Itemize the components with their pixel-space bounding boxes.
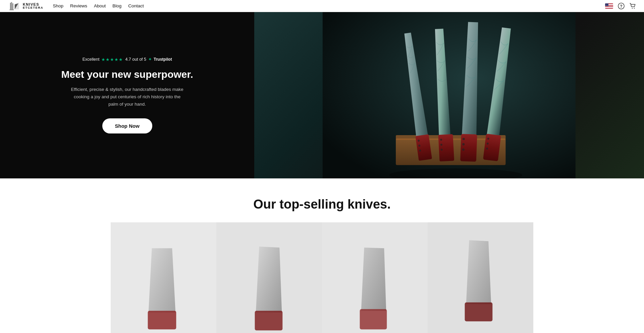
logo-link[interactable]: KNIVES ETCETERA (8, 1, 43, 11)
logo-text: KNIVES ETCETERA (23, 2, 43, 10)
cart-icon (629, 3, 636, 9)
svg-rect-29 (255, 311, 282, 330)
help-icon: ? (618, 3, 625, 9)
help-button[interactable]: ? (618, 3, 625, 9)
svg-text:?: ? (620, 4, 622, 8)
svg-rect-28 (148, 311, 176, 329)
trustpilot-row: Excellent ★★★★★ 4.7 out of 5 ✦ Trustpilo… (83, 57, 172, 62)
hero-left-panel: Excellent ★★★★★ 4.7 out of 5 ✦ Trustpilo… (0, 12, 254, 178)
shop-now-button[interactable]: Shop Now (102, 118, 152, 133)
hero-subtext: Efficient, precise & stylish, our handcr… (70, 86, 184, 108)
nav-link-reviews[interactable]: Reviews (70, 3, 87, 8)
product-card[interactable] (216, 222, 322, 333)
svg-point-7 (634, 8, 635, 8)
top-selling-section: Our top-selling knives. (0, 178, 644, 333)
flag-icon (605, 3, 613, 9)
knife-visual (254, 12, 644, 178)
product-grid (111, 222, 533, 333)
svg-rect-31 (465, 302, 492, 321)
product-knife-1 (121, 244, 206, 333)
svg-rect-15 (438, 134, 454, 162)
svg-rect-3 (10, 9, 14, 10)
trustpilot-rating: 4.7 out of 5 (125, 57, 146, 62)
nav-left: KNIVES ETCETERA Shop Reviews About Blog … (8, 1, 144, 11)
svg-rect-30 (360, 309, 387, 329)
product-card[interactable] (322, 222, 428, 333)
logo-icon (8, 1, 20, 11)
svg-point-6 (632, 8, 633, 8)
nav-link-about[interactable]: About (94, 3, 106, 8)
svg-rect-19 (461, 134, 477, 162)
trustpilot-brand: ✦ (148, 57, 152, 62)
hero-section: Excellent ★★★★★ 4.7 out of 5 ✦ Trustpilo… (0, 12, 644, 178)
nav-links: Shop Reviews About Blog Contact (53, 3, 144, 8)
hero-right-panel (254, 12, 644, 178)
nav-link-blog[interactable]: Blog (112, 3, 121, 8)
hero-headline: Meet your new superpower. (61, 68, 193, 81)
product-card[interactable] (428, 222, 533, 333)
trustpilot-stars: ★★★★★ (101, 57, 123, 62)
nav-link-shop[interactable]: Shop (53, 3, 63, 8)
navbar: KNIVES ETCETERA Shop Reviews About Blog … (0, 0, 644, 12)
product-knife-4 (438, 238, 523, 327)
svg-rect-23 (483, 134, 501, 161)
nav-link-contact[interactable]: Contact (128, 3, 144, 8)
section-title: Our top-selling knives. (8, 197, 636, 212)
cart-button[interactable] (629, 3, 636, 9)
nav-right: ? (605, 3, 636, 9)
knife-block-svg (254, 12, 644, 178)
product-card[interactable] (111, 222, 216, 333)
product-knife-3 (333, 244, 417, 333)
trustpilot-excellent: Excellent (83, 57, 100, 62)
trustpilot-brand-name: Trustpilot (154, 57, 172, 62)
product-knife-2 (227, 244, 312, 333)
